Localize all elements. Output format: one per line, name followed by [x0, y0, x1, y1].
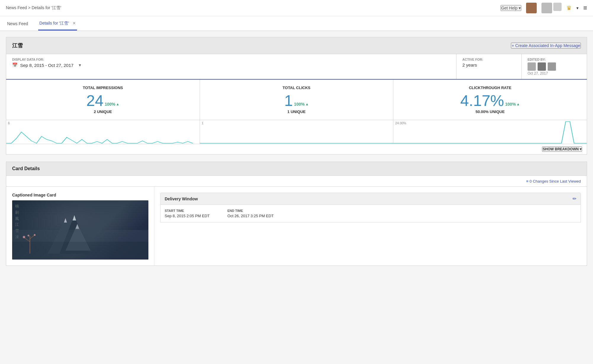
stat-ctr: CLICKTHROUGH RATE 4.17% 100% ▲ 50.00% UN… — [393, 80, 587, 120]
display-data-label: DISPLAY DATA FOR: — [12, 58, 450, 61]
delivery-window-title: Delivery Window — [165, 197, 198, 201]
stat-ctr-value: 4.17% — [460, 93, 504, 108]
stat-clicks-main: 1 100% ▲ — [206, 93, 387, 108]
active-for-value: 2 years — [462, 62, 515, 67]
chart-impressions-svg — [6, 120, 200, 144]
chinese-painting-image: 楠刷風江雪凍 — [12, 200, 148, 260]
stat-impressions-label: TOTAL IMPRESSIONS — [12, 86, 194, 90]
stat-clicks-value: 1 — [284, 93, 293, 108]
up-arrow-icon-2: ▲ — [305, 102, 309, 106]
up-arrow-icon: ▲ — [116, 102, 119, 106]
card-right-section: Delivery Window ✏ START TIME Sep 8, 2015… — [154, 187, 587, 265]
svg-rect-7 — [12, 230, 148, 242]
edit-delivery-window-icon[interactable]: ✏ — [573, 196, 576, 202]
changes-link[interactable]: ≡ 0 Changes Since Last Viewed — [526, 179, 581, 183]
chart-ctr-svg — [393, 120, 587, 144]
editor-avatar-2 — [538, 62, 546, 71]
calendar-icon: 📅 — [12, 62, 18, 68]
svg-point-12 — [23, 236, 25, 238]
editor-avatar-1 — [528, 62, 536, 71]
stat-impressions-pct-group: 100% ▲ — [105, 102, 119, 108]
chart-impressions: 6 — [6, 120, 200, 144]
hamburger-menu-icon[interactable]: ≡ — [583, 4, 587, 12]
delivery-times: START TIME Sep 8, 2015 2:05 PM EDT END T… — [160, 205, 581, 223]
card-image-section: Captioned Image Card 楠刷風江雪凍 — [6, 187, 154, 265]
chart-clicks-svg — [200, 120, 393, 144]
avatar-gray-1 — [541, 3, 552, 13]
card-type-label: Captioned Image Card — [12, 193, 148, 197]
card-title: 江雪 — [12, 42, 23, 49]
stat-clicks-label: TOTAL CLICKS — [206, 86, 387, 90]
get-help-button[interactable]: Get Help ▾ — [501, 5, 521, 11]
tab-close-icon[interactable]: ✕ — [73, 21, 76, 25]
charts-container: 6 1 24.00% — [6, 120, 587, 144]
stat-impressions-value: 24 — [86, 93, 104, 108]
edited-by-section: EDITED BY: Oct 27, 2017 — [522, 54, 587, 79]
top-bar-right: Get Help ▾ ♛ ▾ ≡ — [501, 3, 587, 13]
date-range-value: 📅 Sep 8, 2015 - Oct 27, 2017 ▾ — [12, 62, 450, 68]
svg-point-13 — [34, 234, 36, 236]
chevron-down-small-icon: ▾ — [576, 6, 578, 10]
card-details-title: Card Details — [12, 166, 40, 171]
painting-svg — [12, 200, 148, 260]
stat-impressions-main: 24 100% ▲ — [12, 93, 194, 108]
end-time-block: END TIME Oct 26, 2017 3:25 PM EDT — [227, 209, 274, 218]
tab-news-feed[interactable]: News Feed — [6, 21, 29, 30]
date-dropdown-icon[interactable]: ▾ — [79, 62, 81, 68]
show-breakdown-bar: SHOW BREAKDOWN ▾ — [6, 144, 587, 154]
stat-ctr-pct: 100% ▲ — [505, 102, 520, 107]
crown-icon[interactable]: ♛ — [566, 4, 572, 12]
stat-clicks-unique: 1 UNIQUE — [206, 109, 387, 114]
chart-clicks: 1 — [200, 120, 394, 144]
stat-ctr-main: 4.17% 100% ▲ — [399, 93, 581, 108]
card-content: Captioned Image Card 楠刷風江雪凍 — [6, 186, 587, 266]
date-row: DISPLAY DATA FOR: 📅 Sep 8, 2015 - Oct 27… — [6, 54, 587, 79]
end-time-value: Oct 26, 2017 3:25 PM EDT — [227, 214, 274, 218]
stat-impressions-pct: 100% ▲ — [105, 102, 119, 107]
card-header: 江雪 + Create Associated In-App Message — [6, 37, 587, 54]
edited-date: Oct 27, 2017 — [528, 71, 581, 75]
start-time-label: START TIME — [165, 209, 210, 212]
active-for-label: ACTIVE FOR: — [462, 58, 515, 61]
editor-avatar-3 — [548, 62, 556, 71]
chart-ctr-y-label: 24.00% — [395, 121, 406, 125]
stat-ctr-unique: 50.00% UNIQUE — [399, 109, 581, 114]
delivery-window-header: Delivery Window ✏ — [160, 193, 581, 205]
avatar-gray-2 — [553, 3, 562, 11]
edited-by-avatars — [528, 62, 581, 71]
stat-impressions-unique: 2 UNIQUE — [12, 109, 194, 114]
start-time-value: Sep 8, 2015 2:05 PM EDT — [165, 214, 210, 218]
svg-point-14 — [28, 235, 29, 236]
delivery-times-row: START TIME Sep 8, 2015 2:05 PM EDT END T… — [165, 209, 576, 218]
active-for-section: ACTIVE FOR: 2 years — [456, 54, 522, 79]
card-details-header: Card Details — [6, 162, 587, 175]
stat-ctr-pct-group: 100% ▲ — [505, 102, 520, 108]
end-time-label: END TIME — [227, 209, 274, 212]
stat-clicks: TOTAL CLICKS 1 100% ▲ 1 UNIQUE — [200, 80, 394, 120]
show-breakdown-button[interactable]: SHOW BREAKDOWN ▾ — [542, 146, 582, 152]
tab-details[interactable]: Details for '江雪' ✕ — [38, 21, 77, 30]
avatar-brown — [526, 3, 537, 13]
stats-container: TOTAL IMPRESSIONS 24 100% ▲ 2 UNIQUE TOT… — [6, 79, 587, 120]
stat-ctr-label: CLICKTHROUGH RATE — [399, 86, 581, 90]
chart-impressions-y-label: 6 — [8, 121, 10, 125]
main-content: 江雪 + Create Associated In-App Message DI… — [0, 31, 593, 272]
stat-clicks-pct-group: 100% ▲ — [294, 102, 309, 108]
stat-impressions: TOTAL IMPRESSIONS 24 100% ▲ 2 UNIQUE — [6, 80, 200, 120]
top-bar: News Feed > Details for '江雪' Get Help ▾ … — [0, 0, 593, 16]
changes-bar: ≡ 0 Changes Since Last Viewed — [6, 175, 587, 186]
start-time-block: START TIME Sep 8, 2015 2:05 PM EDT — [165, 209, 210, 218]
create-in-app-button[interactable]: + Create Associated In-App Message — [511, 43, 581, 49]
up-arrow-icon-3: ▲ — [516, 102, 520, 106]
chart-ctr: 24.00% — [393, 120, 587, 144]
breadcrumb: News Feed > Details for '江雪' — [6, 5, 61, 11]
chart-clicks-y-label: 1 — [202, 121, 203, 125]
tabs-bar: News Feed Details for '江雪' ✕ — [0, 16, 593, 31]
date-range-section: DISPLAY DATA FOR: 📅 Sep 8, 2015 - Oct 27… — [6, 54, 456, 79]
chevron-down-icon: ▾ — [519, 6, 521, 10]
stat-clicks-pct: 100% ▲ — [294, 102, 309, 107]
edited-by-label: EDITED BY: — [528, 58, 581, 61]
svg-rect-8 — [12, 242, 148, 260]
